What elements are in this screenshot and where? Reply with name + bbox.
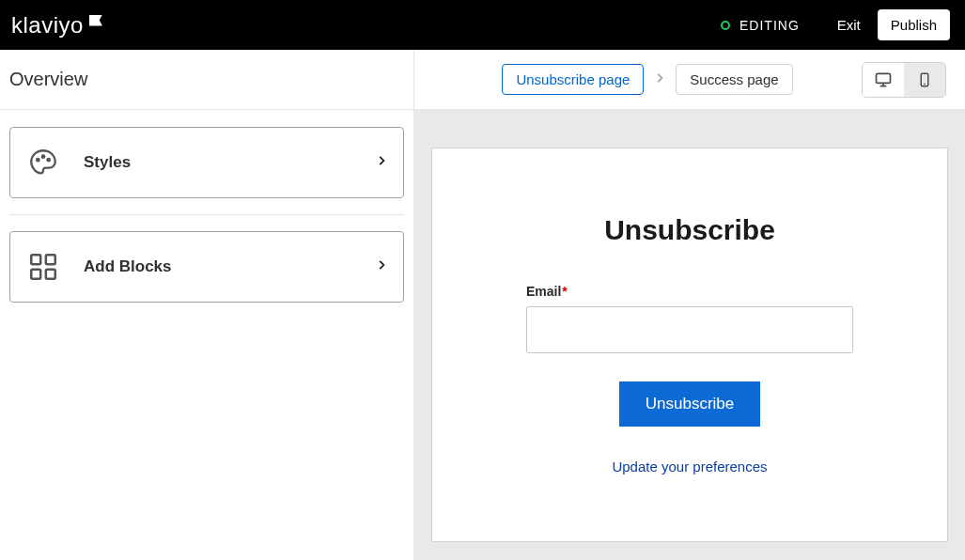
svg-rect-4	[46, 255, 55, 264]
canvas-toolbar: Unsubscribe page Success page	[414, 50, 965, 110]
svg-point-2	[47, 159, 50, 162]
device-toggle	[862, 62, 946, 98]
exit-link[interactable]: Exit	[837, 17, 861, 33]
preview-card: Unsubscribe Email* Unsubscribe Update yo…	[431, 148, 948, 542]
sidebar-title: Overview	[0, 50, 413, 110]
sidebar-divider	[9, 214, 404, 215]
status-label: EDITING	[739, 18, 800, 33]
styles-tile[interactable]: Styles	[9, 127, 404, 198]
status-dot-icon	[721, 21, 730, 30]
svg-rect-5	[31, 270, 40, 279]
svg-point-1	[42, 155, 45, 158]
main-layout: Overview Styles	[0, 50, 965, 560]
add-blocks-tile[interactable]: Add Blocks	[9, 231, 404, 303]
styles-tile-label: Styles	[84, 153, 375, 172]
page-title: Unsubscribe	[604, 214, 775, 246]
step-tabs: Unsubscribe page Success page	[433, 64, 862, 95]
add-blocks-tile-label: Add Blocks	[84, 257, 375, 276]
app-logo: klaviyo	[11, 12, 102, 39]
canvas: Unsubscribe page Success page	[414, 50, 965, 560]
logo-flag-icon	[89, 15, 102, 26]
topbar: klaviyo EDITING Exit Publish	[0, 0, 965, 50]
chevron-right-icon	[649, 71, 670, 88]
required-marker: *	[562, 284, 567, 299]
svg-rect-7	[877, 73, 891, 83]
svg-rect-3	[31, 255, 40, 264]
sidebar: Overview Styles	[0, 50, 414, 560]
blocks-icon	[25, 249, 61, 285]
email-input[interactable]	[526, 306, 853, 353]
unsubscribe-button[interactable]: Unsubscribe	[619, 381, 761, 427]
desktop-view-button[interactable]	[863, 63, 904, 97]
chevron-right-icon	[375, 154, 388, 171]
chevron-right-icon	[375, 258, 388, 275]
sidebar-body: Styles Add Blocks	[0, 110, 413, 303]
logo-text: klaviyo	[11, 12, 84, 39]
publish-button[interactable]: Publish	[878, 9, 950, 40]
canvas-surface: Unsubscribe Email* Unsubscribe Update yo…	[414, 110, 965, 560]
email-field-row: Email*	[526, 284, 853, 353]
email-label: Email*	[526, 284, 853, 299]
update-preferences-link[interactable]: Update your preferences	[612, 459, 767, 474]
svg-point-0	[37, 159, 39, 162]
mobile-view-button[interactable]	[904, 63, 945, 97]
tab-success-page[interactable]: Success page	[676, 64, 792, 95]
tab-unsubscribe-page[interactable]: Unsubscribe page	[502, 64, 644, 95]
svg-rect-6	[46, 270, 55, 279]
palette-icon	[25, 145, 61, 180]
editing-status: EDITING	[721, 18, 800, 33]
